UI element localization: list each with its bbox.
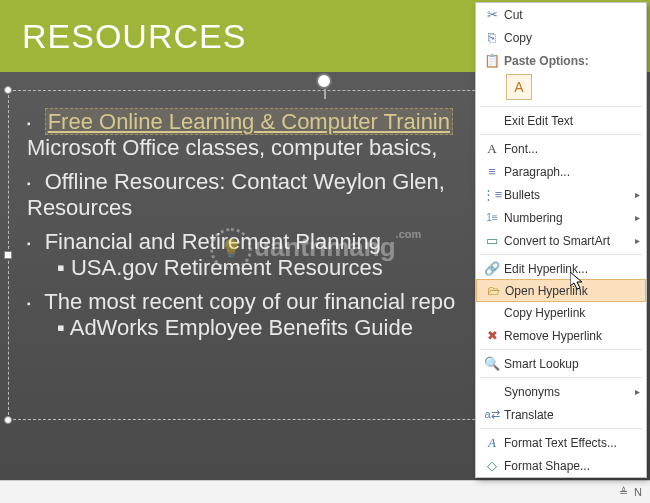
resize-handle-bottom-left[interactable]	[4, 416, 12, 424]
separator	[480, 349, 642, 350]
separator	[480, 428, 642, 429]
copy-icon: ⎘	[480, 30, 504, 45]
rotate-handle[interactable]	[316, 73, 332, 89]
menu-format-text-effects[interactable]: A Format Text Effects...	[476, 431, 646, 454]
menu-exit-edit-text[interactable]: Exit Edit Text	[476, 109, 646, 132]
format-shape-icon: ◇	[480, 458, 504, 473]
menu-convert-smartart[interactable]: ▭ Convert to SmartArt	[476, 229, 646, 252]
bullet-line[interactable]: The most recent copy of our financial re…	[44, 289, 455, 314]
slide-title: RESOURCES	[22, 17, 246, 56]
smartart-icon: ▭	[480, 233, 504, 248]
bullet-line[interactable]: Microsoft Office classes, computer basic…	[27, 135, 437, 160]
remove-hyperlink-icon: ✖	[480, 328, 504, 343]
paste-options: A	[476, 72, 646, 104]
menu-bullets[interactable]: ⋮≡ Bullets	[476, 183, 646, 206]
menu-format-shape[interactable]: ◇ Format Shape...	[476, 454, 646, 477]
font-icon: A	[480, 141, 504, 157]
paste-keep-text-button[interactable]: A	[506, 74, 532, 100]
menu-paragraph[interactable]: ≡ Paragraph...	[476, 160, 646, 183]
separator	[480, 377, 642, 378]
separator	[480, 106, 642, 107]
notes-label[interactable]: N	[634, 486, 642, 498]
status-bar: ≜ N	[0, 480, 650, 503]
menu-remove-hyperlink[interactable]: ✖ Remove Hyperlink	[476, 324, 646, 347]
hyperlink-text[interactable]: Free Online Learning & Computer Trainin	[45, 108, 453, 135]
watermark: 💡uantrimang.com	[210, 228, 421, 270]
scissors-icon: ✂	[480, 7, 504, 22]
menu-synonyms[interactable]: Synonyms	[476, 380, 646, 403]
text-effects-icon: A	[480, 435, 504, 451]
separator	[480, 254, 642, 255]
clipboard-icon: 📋	[480, 53, 504, 68]
menu-cut[interactable]: ✂ Cut	[476, 3, 646, 26]
menu-copy[interactable]: ⎘ Copy	[476, 26, 646, 49]
numbering-icon: 1≡	[480, 212, 504, 223]
separator	[480, 134, 642, 135]
menu-font[interactable]: A Font...	[476, 137, 646, 160]
paragraph-icon: ≡	[480, 164, 504, 179]
bullet-line[interactable]: Resources	[27, 195, 132, 220]
menu-translate[interactable]: a⇄ Translate	[476, 403, 646, 426]
menu-edit-hyperlink[interactable]: 🔗 Edit Hyperlink...	[476, 257, 646, 280]
menu-copy-hyperlink[interactable]: Copy Hyperlink	[476, 301, 646, 324]
bullet-line[interactable]: Offline Resources: Contact Weylon Glen,	[45, 169, 445, 194]
menu-open-hyperlink[interactable]: 🗁 Open Hyperlink	[476, 279, 646, 302]
menu-smart-lookup[interactable]: 🔍 Smart Lookup	[476, 352, 646, 375]
resize-handle-top-left[interactable]	[4, 86, 12, 94]
context-menu: ✂ Cut ⎘ Copy 📋 Paste Options: A Exit Edi…	[475, 2, 647, 478]
hyperlink-icon: 🔗	[480, 261, 504, 276]
notes-icon[interactable]: ≜	[619, 486, 628, 499]
menu-paste-options-header: 📋 Paste Options:	[476, 49, 646, 72]
resize-handle-left[interactable]	[4, 251, 12, 259]
bullets-icon: ⋮≡	[480, 187, 504, 202]
menu-numbering[interactable]: 1≡ Numbering	[476, 206, 646, 229]
smart-lookup-icon: 🔍	[480, 356, 504, 371]
translate-icon: a⇄	[480, 408, 504, 421]
open-hyperlink-icon: 🗁	[481, 283, 505, 298]
